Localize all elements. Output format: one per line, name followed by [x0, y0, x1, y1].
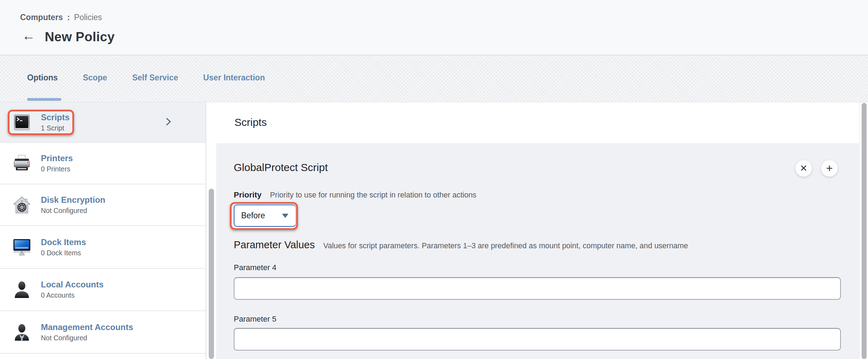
sidebar-item-count: 0 Printers [41, 165, 73, 173]
section-title: Scripts [234, 116, 267, 128]
local-accounts-icon [13, 281, 31, 298]
sidebar-item-label: Printers [41, 153, 73, 163]
dock-items-icon [13, 239, 31, 256]
chevron-right-icon [165, 117, 172, 127]
parameter-5-label: Parameter 5 [234, 315, 276, 324]
sidebar-scrollbar-thumb[interactable] [209, 189, 214, 359]
remove-script-button[interactable]: ✕ [795, 160, 812, 177]
sidebar-item-label: Management Accounts [41, 322, 133, 332]
sidebar-item-label: Dock Items [41, 237, 86, 247]
tab-options[interactable]: Options [27, 73, 58, 85]
sidebar-item-local-accounts[interactable]: Local Accounts 0 Accounts [0, 269, 206, 311]
main-scrollbar[interactable] [859, 102, 868, 359]
script-name: GlobalProtect Script [234, 162, 328, 174]
priority-dropdown[interactable]: Before [234, 205, 296, 227]
sidebar-item-count: 1 Script [41, 124, 69, 132]
sidebar-item-count: 0 Dock Items [41, 249, 86, 257]
parameter-values-description: Values for script parameters. Parameters… [323, 242, 688, 250]
sidebar-item-label: Local Accounts [41, 280, 104, 290]
tab-user-interaction[interactable]: User Interaction [203, 73, 265, 85]
back-arrow-icon[interactable]: ← [22, 29, 35, 42]
plus-icon: + [826, 162, 833, 175]
sidebar-item-printers[interactable]: Printers 0 Printers [0, 143, 206, 184]
main-area: Scripts GlobalProtect Script ✕ + Priorit… [216, 102, 868, 359]
sidebar-item-label: Scripts [41, 112, 69, 122]
breadcrumb-computers[interactable]: Computers [20, 13, 63, 22]
parameter-values-heading: Parameter Values [234, 239, 315, 251]
script-config-panel: GlobalProtect Script ✕ + Priority Priori… [216, 143, 859, 359]
printer-icon [13, 154, 31, 172]
priority-description: Priority to use for running the script i… [270, 191, 477, 200]
priority-label: Priority [234, 190, 262, 200]
sidebar-scrollbar[interactable] [207, 102, 216, 359]
breadcrumb: Computers:Policies [20, 13, 102, 22]
active-tab-underline [27, 98, 61, 101]
parameter-5-input[interactable] [234, 328, 841, 351]
sidebar-item-dock-items[interactable]: Dock Items 0 Dock Items [0, 226, 206, 269]
sidebar-item-status: Not Configured [41, 334, 133, 342]
sidebar-item-disk-encryption[interactable]: Disk Encryption Not Configured [0, 184, 206, 226]
sidebar-item-count: 0 Accounts [41, 291, 104, 299]
sidebar-item-partial [0, 354, 206, 359]
parameter-4-label: Parameter 4 [234, 263, 276, 272]
sidebar-item-scripts[interactable]: Scripts 1 Script [0, 102, 206, 143]
main-scrollbar-thumb[interactable] [862, 103, 867, 359]
terminal-icon [13, 115, 31, 130]
management-accounts-icon [13, 324, 31, 341]
sidebar-item-status: Not Configured [41, 207, 105, 215]
chevron-down-icon [282, 214, 288, 218]
scripts-section-header: Scripts [216, 102, 859, 143]
add-script-button[interactable]: + [821, 160, 838, 177]
disk-encryption-icon [13, 196, 31, 214]
sidebar-item-management-accounts[interactable]: Management Accounts Not Configured [0, 311, 206, 354]
tab-scope[interactable]: Scope [83, 73, 107, 85]
tab-self-service[interactable]: Self Service [132, 73, 178, 85]
breadcrumb-policies[interactable]: Policies [74, 13, 102, 22]
tab-bar: Options Scope Self Service User Interact… [0, 55, 868, 102]
sidebar-item-label: Disk Encryption [41, 195, 105, 205]
payload-sidebar: Scripts 1 Script [0, 102, 206, 359]
parameter-4-input[interactable] [234, 277, 841, 300]
close-icon: ✕ [800, 163, 808, 174]
priority-dropdown-value: Before [241, 211, 265, 220]
page-header: Computers:Policies ← New Policy [0, 0, 868, 55]
breadcrumb-separator: : [67, 13, 70, 22]
page-title: New Policy [45, 30, 115, 44]
